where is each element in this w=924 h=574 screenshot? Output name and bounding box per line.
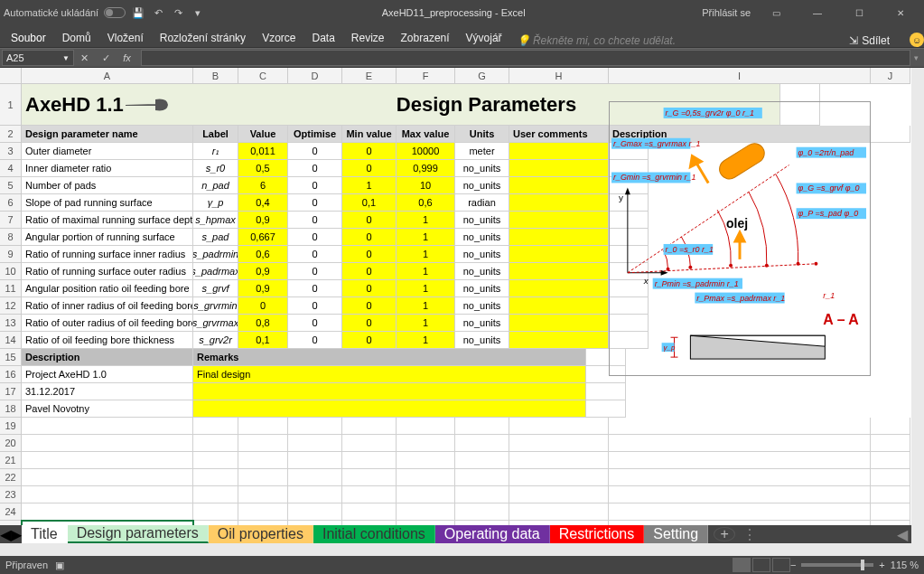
cell[interactable]: Label xyxy=(193,126,238,143)
cell[interactable]: s_grvrmin xyxy=(193,297,238,315)
grid[interactable]: A B C D E F G H I J 1 AxeHD 1.1 Design P… xyxy=(0,68,911,543)
cell[interactable] xyxy=(609,418,871,435)
fx-confirm-icon[interactable]: ✓ xyxy=(102,52,110,64)
row-header[interactable]: 1 xyxy=(0,84,22,126)
ribbon-tab-developer[interactable]: Vývojář xyxy=(464,29,504,47)
cell[interactable] xyxy=(509,435,609,452)
cell[interactable] xyxy=(509,486,609,503)
vertical-scrollbar[interactable] xyxy=(911,68,924,543)
cell[interactable] xyxy=(342,435,397,452)
fx-icon[interactable]: fx xyxy=(123,52,131,64)
sheet-tab[interactable]: Oil properties xyxy=(209,525,313,543)
ribbon-tab-home[interactable]: Domů xyxy=(61,29,93,47)
cell[interactable] xyxy=(397,452,455,469)
cell[interactable]: 0 xyxy=(288,297,342,315)
row-header[interactable]: 19 xyxy=(0,418,22,435)
cell[interactable] xyxy=(509,418,609,435)
cell[interactable] xyxy=(455,435,509,452)
cell[interactable]: s_pad xyxy=(193,229,238,246)
cell[interactable] xyxy=(22,486,193,503)
cell[interactable]: s_hpmax xyxy=(193,212,238,229)
cell[interactable] xyxy=(193,486,238,503)
row-header[interactable]: 18 xyxy=(0,400,22,418)
ribbon-tab-data[interactable]: Data xyxy=(310,29,336,47)
diagram-cell[interactable]: y x xyxy=(609,101,871,376)
cell[interactable]: γ_p xyxy=(193,194,238,212)
cell[interactable] xyxy=(397,469,455,486)
row-header[interactable]: 3 xyxy=(0,143,22,160)
cell[interactable]: 0 xyxy=(342,263,397,280)
namebox-dropdown-icon[interactable]: ▼ xyxy=(62,54,70,62)
cell[interactable]: no_units xyxy=(455,229,509,246)
cell[interactable]: Angular portion of running surface xyxy=(22,229,193,246)
col-header[interactable]: H xyxy=(509,68,609,84)
col-header[interactable]: J xyxy=(871,68,910,84)
col-header[interactable]: B xyxy=(193,68,238,84)
cell[interactable] xyxy=(509,469,609,486)
cell[interactable]: 0 xyxy=(288,194,342,212)
cell[interactable] xyxy=(609,503,871,521)
cell[interactable]: s_r0 xyxy=(193,160,238,177)
sheet-tab[interactable]: Initial conditions xyxy=(313,525,435,543)
feedback-icon[interactable]: ☺ xyxy=(910,33,924,47)
cell[interactable]: 0,4 xyxy=(238,194,288,212)
cell[interactable]: 0,667 xyxy=(238,229,288,246)
maximize-icon[interactable]: ☐ xyxy=(843,0,875,25)
cell[interactable]: 0 xyxy=(342,212,397,229)
cell[interactable]: 0 xyxy=(342,160,397,177)
cell[interactable] xyxy=(238,469,288,486)
cell[interactable]: AxeHD 1.1 xyxy=(22,84,193,126)
cell[interactable]: 1 xyxy=(397,315,455,332)
formula-input[interactable] xyxy=(141,50,910,66)
cell[interactable] xyxy=(288,503,342,521)
cell[interactable]: 0,9 xyxy=(238,280,288,297)
qat-dropdown-icon[interactable]: ▾ xyxy=(191,5,205,20)
cell[interactable]: 0 xyxy=(342,297,397,315)
tab-nav-next-icon[interactable]: ▶ xyxy=(11,526,22,543)
hscroll-left-icon[interactable]: ◀ xyxy=(897,526,908,543)
cell[interactable]: 0 xyxy=(288,263,342,280)
ribbon-tab-review[interactable]: Revize xyxy=(350,29,387,47)
view-pagebreak-icon[interactable] xyxy=(772,558,790,572)
cell[interactable] xyxy=(397,503,455,521)
autosave-toggle[interactable] xyxy=(104,7,126,18)
cell[interactable]: Slope of pad running surface xyxy=(22,194,193,212)
zoom-in-icon[interactable]: + xyxy=(879,560,884,570)
cell[interactable]: Description xyxy=(22,349,193,366)
cell[interactable]: meter xyxy=(455,143,509,160)
cell[interactable] xyxy=(193,418,238,435)
cell[interactable] xyxy=(193,469,238,486)
cell[interactable]: s_grv2r xyxy=(193,332,238,349)
minimize-icon[interactable]: — xyxy=(801,0,834,25)
cell[interactable]: 0 xyxy=(342,315,397,332)
cell[interactable]: Ratio of running surface outer radius xyxy=(22,263,193,280)
cell[interactable]: s_padrmax xyxy=(193,263,238,280)
cell[interactable] xyxy=(509,177,609,194)
view-pagelayout-icon[interactable] xyxy=(752,558,770,572)
cell[interactable]: 0,011 xyxy=(238,143,288,160)
cell[interactable] xyxy=(22,418,193,435)
row-header[interactable]: 2 xyxy=(0,126,22,143)
cell[interactable] xyxy=(238,452,288,469)
cell[interactable]: 0 xyxy=(342,246,397,263)
cell[interactable]: Ratio of outer radius of oil feeding bor… xyxy=(22,315,193,332)
ribbon-tab-insert[interactable]: Vložení xyxy=(106,29,145,47)
cell[interactable] xyxy=(342,469,397,486)
cell[interactable]: 0 xyxy=(342,143,397,160)
cell[interactable]: 1 xyxy=(397,246,455,263)
cell[interactable]: 1 xyxy=(397,280,455,297)
cell[interactable] xyxy=(455,469,509,486)
row-header[interactable]: 9 xyxy=(0,246,22,263)
row-header[interactable]: 6 xyxy=(0,194,22,212)
cell[interactable] xyxy=(193,503,238,521)
cell[interactable]: 0 xyxy=(288,246,342,263)
cell[interactable]: Pavel Novotny xyxy=(22,400,193,418)
cell[interactable]: 10000 xyxy=(397,143,455,160)
cell[interactable]: no_units xyxy=(455,332,509,349)
row-header[interactable]: 12 xyxy=(0,297,22,315)
cell[interactable]: Outer diameter xyxy=(22,143,193,160)
cell[interactable]: 6 xyxy=(238,177,288,194)
ribbon-tab-formulas[interactable]: Vzorce xyxy=(260,29,297,47)
fx-cancel-icon[interactable]: ✕ xyxy=(80,52,89,64)
cell[interactable]: Ratio of oil feeding bore thickness xyxy=(22,332,193,349)
